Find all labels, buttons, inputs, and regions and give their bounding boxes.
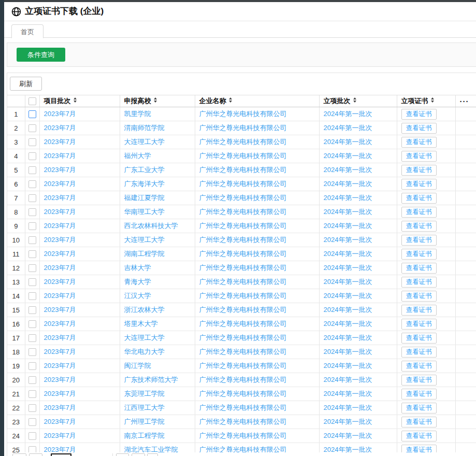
university-link[interactable]: 大连理工大学 xyxy=(124,138,165,146)
company-link[interactable]: 广州华之尊光电科技有限公司 xyxy=(199,166,287,174)
project_batch-link[interactable]: 2023年7月 xyxy=(44,404,76,411)
company-link[interactable]: 广州华之尊光电科技有限公司 xyxy=(199,180,287,188)
project_batch-link[interactable]: 2023年7月 xyxy=(44,250,76,258)
approval_batch-link[interactable]: 2024年第一批次 xyxy=(324,138,372,146)
row-checkbox[interactable] xyxy=(28,166,36,174)
company-link[interactable]: 广州华之尊光电科技有限公司 xyxy=(199,194,287,202)
view-certificate-button[interactable]: 查看证书 xyxy=(401,235,437,246)
approval_batch-link[interactable]: 2024年第一批次 xyxy=(324,432,372,439)
row-checkbox[interactable] xyxy=(28,180,36,188)
university-link[interactable]: 渭南师范学院 xyxy=(124,124,165,132)
view-certificate-button[interactable]: 查看证书 xyxy=(401,263,437,274)
company-link[interactable]: 广州华之尊光电科技有限公司 xyxy=(199,278,287,286)
project_batch-link[interactable]: 2023年7月 xyxy=(44,446,76,452)
row-checkbox[interactable] xyxy=(28,264,36,272)
approval_batch-link[interactable]: 2024年第一批次 xyxy=(324,306,372,314)
company-link[interactable]: 广州华之尊光电科技有限公司 xyxy=(199,334,287,341)
project_batch-link[interactable]: 2023年7月 xyxy=(44,348,76,355)
column-header-company[interactable]: 企业名称 xyxy=(195,95,319,107)
view-certificate-button[interactable]: 查看证书 xyxy=(401,179,437,190)
approval_batch-link[interactable]: 2024年第一批次 xyxy=(324,180,372,188)
university-link[interactable]: 广东工业大学 xyxy=(124,166,165,174)
row-checkbox[interactable] xyxy=(28,152,36,160)
row-checkbox[interactable] xyxy=(28,390,36,398)
tab-home[interactable]: 首页 xyxy=(11,24,44,38)
university-link[interactable]: 大连理工大学 xyxy=(124,334,165,341)
university-link[interactable]: 西北农林科技大学 xyxy=(124,222,178,230)
company-link[interactable]: 广州华之尊光电科技有限公司 xyxy=(199,208,287,216)
view-certificate-button[interactable]: 查看证书 xyxy=(401,319,437,330)
view-certificate-button[interactable]: 查看证书 xyxy=(401,403,437,414)
view-certificate-button[interactable]: 查看证书 xyxy=(401,137,437,148)
project_batch-link[interactable]: 2023年7月 xyxy=(44,418,76,425)
university-link[interactable]: 广东技术师范大学 xyxy=(124,376,178,383)
select-all-header[interactable] xyxy=(25,95,39,107)
pager-page-input[interactable] xyxy=(51,453,71,456)
university-link[interactable]: 福州大学 xyxy=(124,152,151,160)
approval_batch-link[interactable]: 2024年第一批次 xyxy=(324,166,372,174)
row-checkbox[interactable] xyxy=(28,320,36,328)
column-header-certificate[interactable]: 立项证书 xyxy=(397,95,455,107)
university-link[interactable]: 浙江农林大学 xyxy=(124,306,165,314)
project_batch-link[interactable]: 2023年7月 xyxy=(44,124,76,132)
company-link[interactable]: 广州华之尊光电科技有限公司 xyxy=(199,264,287,272)
company-link[interactable]: 广州华之尊光电科技有限公司 xyxy=(199,222,287,230)
row-checkbox[interactable] xyxy=(28,278,36,286)
approval_batch-link[interactable]: 2024年第一批次 xyxy=(324,334,372,341)
approval_batch-link[interactable]: 2024年第一批次 xyxy=(324,250,372,258)
sort-icon[interactable] xyxy=(74,97,77,103)
company-link[interactable]: 广州华之尊光电科技有限公司 xyxy=(199,348,287,355)
row-checkbox[interactable] xyxy=(28,418,36,426)
view-certificate-button[interactable]: 查看证书 xyxy=(401,417,437,428)
view-certificate-button[interactable]: 查看证书 xyxy=(401,361,437,372)
company-link[interactable]: 广州华之尊光电科技有限公司 xyxy=(199,362,287,369)
university-link[interactable]: 凯里学院 xyxy=(124,110,151,118)
project_batch-link[interactable]: 2023年7月 xyxy=(44,278,76,286)
row-checkbox[interactable] xyxy=(28,334,36,342)
row-checkbox[interactable] xyxy=(28,404,36,412)
project_batch-link[interactable]: 2023年7月 xyxy=(44,390,76,397)
university-link[interactable]: 华北电力大学 xyxy=(124,348,165,355)
pager-next-button[interactable] xyxy=(116,453,129,456)
project_batch-link[interactable]: 2023年7月 xyxy=(44,432,76,439)
approval_batch-link[interactable]: 2024年第一批次 xyxy=(324,376,372,383)
university-link[interactable]: 大连理工大学 xyxy=(124,236,165,244)
column-header-approval_batch[interactable]: 立项批次 xyxy=(319,95,397,107)
company-link[interactable]: 广州华之尊光电科技有限公司 xyxy=(199,292,287,300)
university-link[interactable]: 吉林大学 xyxy=(124,264,151,272)
row-checkbox[interactable] xyxy=(28,348,36,356)
approval_batch-link[interactable]: 2024年第一批次 xyxy=(324,348,372,355)
view-certificate-button[interactable]: 查看证书 xyxy=(401,347,437,358)
university-link[interactable]: 南京工程学院 xyxy=(124,432,165,439)
university-link[interactable]: 湖北汽车工业学院 xyxy=(124,446,178,452)
project_batch-link[interactable]: 2023年7月 xyxy=(44,376,76,383)
project_batch-link[interactable]: 2023年7月 xyxy=(44,166,76,174)
approval_batch-link[interactable]: 2024年第一批次 xyxy=(324,320,372,327)
project_batch-link[interactable]: 2023年7月 xyxy=(44,194,76,202)
project_batch-link[interactable]: 2023年7月 xyxy=(44,320,76,327)
row-checkbox[interactable] xyxy=(28,138,36,146)
approval_batch-link[interactable]: 2024年第一批次 xyxy=(324,236,372,244)
view-certificate-button[interactable]: 查看证书 xyxy=(401,123,437,134)
view-certificate-button[interactable]: 查看证书 xyxy=(401,431,437,441)
pager-prev-button[interactable] xyxy=(29,453,42,456)
project_batch-link[interactable]: 2023年7月 xyxy=(44,138,76,146)
company-link[interactable]: 广州华之尊光电科技有限公司 xyxy=(199,138,287,146)
project_batch-link[interactable]: 2023年7月 xyxy=(44,306,76,314)
university-link[interactable]: 青海大学 xyxy=(124,278,151,286)
pager-first-button[interactable] xyxy=(12,453,26,456)
project_batch-link[interactable]: 2023年7月 xyxy=(44,180,76,188)
project_batch-link[interactable]: 2023年7月 xyxy=(44,152,76,160)
project_batch-link[interactable]: 2023年7月 xyxy=(44,362,76,369)
row-checkbox[interactable] xyxy=(28,432,36,440)
company-link[interactable]: 广州华之尊光电科技有限公司 xyxy=(199,306,287,314)
pager-size-select[interactable] xyxy=(147,453,158,456)
project_batch-link[interactable]: 2023年7月 xyxy=(44,334,76,341)
approval_batch-link[interactable]: 2024年第一批次 xyxy=(324,110,372,118)
row-checkbox[interactable] xyxy=(28,250,36,258)
university-link[interactable]: 湖南工程学院 xyxy=(124,250,165,258)
column-header-more[interactable]: ··· xyxy=(455,95,476,107)
approval_batch-link[interactable]: 2024年第一批次 xyxy=(324,194,372,202)
university-link[interactable]: 江汉大学 xyxy=(124,292,151,300)
sort-icon[interactable] xyxy=(431,97,434,103)
